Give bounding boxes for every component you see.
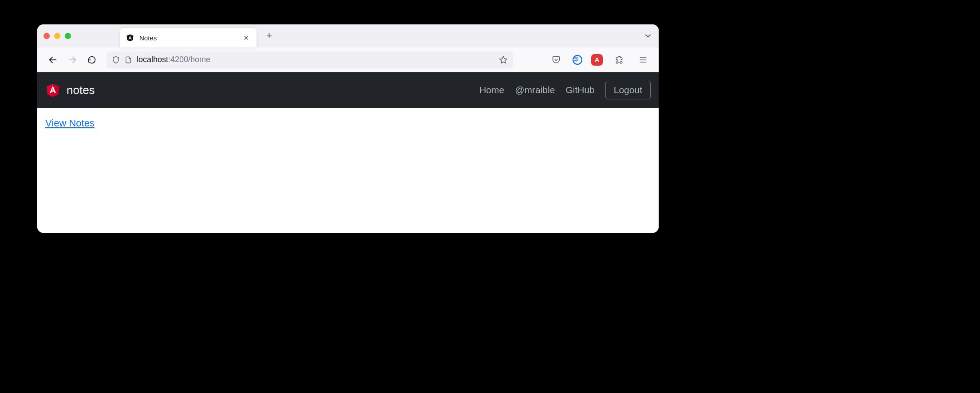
svg-marker-2	[500, 56, 507, 63]
angular-extension-icon[interactable]: A	[591, 54, 603, 66]
nav-link-home[interactable]: Home	[479, 85, 504, 95]
window-close-button[interactable]	[43, 33, 50, 39]
tab-strip: Notes ✕ +	[37, 24, 659, 47]
window-maximize-button[interactable]	[65, 33, 71, 39]
app-navbar: notes Home @mraible GitHub Logout	[37, 72, 659, 108]
shield-icon[interactable]	[112, 56, 120, 64]
nav-link-profile[interactable]: @mraible	[515, 85, 555, 95]
brand-text: notes	[67, 83, 95, 97]
pocket-icon[interactable]	[549, 52, 564, 67]
url-text: localhost:4200/home	[137, 55, 494, 64]
back-button[interactable]	[45, 52, 60, 67]
toolbar-right: ① A	[549, 52, 651, 67]
logout-button[interactable]: Logout	[605, 81, 651, 99]
brand[interactable]: notes	[45, 83, 95, 98]
close-icon[interactable]: ✕	[241, 34, 250, 42]
tab-title: Notes	[139, 34, 236, 42]
window-minimize-button[interactable]	[54, 33, 60, 39]
url-path: :4200/home	[168, 55, 210, 64]
forward-button[interactable]	[65, 52, 80, 67]
hamburger-menu-icon[interactable]	[636, 52, 651, 67]
chevron-down-icon[interactable]	[644, 31, 652, 40]
angular-logo-icon	[45, 83, 60, 98]
reload-button[interactable]	[84, 52, 99, 67]
page-viewport: notes Home @mraible GitHub Logout View N…	[37, 72, 659, 233]
nav-link-github[interactable]: GitHub	[565, 85, 594, 95]
browser-toolbar: localhost:4200/home ① A	[37, 47, 659, 72]
extensions-icon[interactable]	[612, 52, 627, 67]
new-tab-button[interactable]: +	[266, 31, 272, 41]
window-controls	[43, 33, 71, 39]
angular-shield-icon	[126, 34, 134, 42]
nav-links: Home @mraible GitHub Logout	[479, 81, 651, 99]
page-body: View Notes	[37, 108, 659, 139]
browser-window: Notes ✕ + localhost:4200	[37, 24, 659, 233]
address-bar[interactable]: localhost:4200/home	[107, 51, 513, 68]
url-host: localhost	[137, 55, 168, 64]
browser-tab[interactable]: Notes ✕	[120, 28, 257, 47]
view-notes-link[interactable]: View Notes	[45, 118, 95, 129]
onepassword-icon[interactable]: ①	[573, 55, 582, 65]
page-icon	[124, 56, 132, 64]
bookmark-star-icon[interactable]	[499, 55, 508, 64]
